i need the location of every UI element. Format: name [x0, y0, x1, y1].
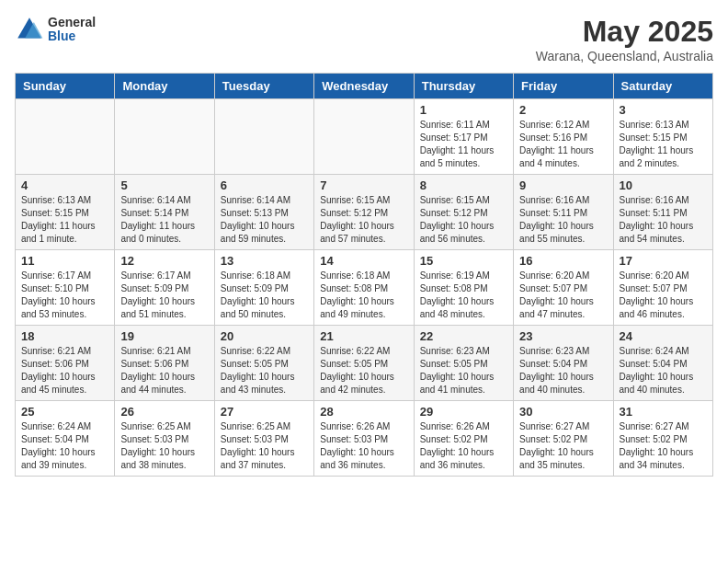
day-number: 19	[120, 329, 208, 343]
day-info: Sunrise: 6:14 AM Sunset: 5:14 PM Dayligh…	[120, 194, 208, 246]
weekday-header-saturday: Saturday	[613, 74, 712, 99]
day-cell-15: 15Sunrise: 6:19 AM Sunset: 5:08 PM Dayli…	[414, 250, 513, 326]
day-info: Sunrise: 6:16 AM Sunset: 5:11 PM Dayligh…	[620, 194, 707, 246]
day-number: 28	[320, 405, 407, 419]
week-row-2: 4Sunrise: 6:13 AM Sunset: 5:15 PM Daylig…	[16, 175, 713, 250]
day-number: 23	[519, 329, 607, 343]
day-number: 20	[221, 329, 308, 343]
day-info: Sunrise: 6:19 AM Sunset: 5:08 PM Dayligh…	[420, 270, 507, 321]
day-info: Sunrise: 6:18 AM Sunset: 5:08 PM Dayligh…	[320, 270, 407, 321]
page-header: General Blue May 2025 Warana, Queensland…	[15, 15, 713, 63]
day-number: 13	[221, 254, 308, 268]
day-number: 7	[320, 178, 407, 192]
day-info: Sunrise: 6:22 AM Sunset: 5:05 PM Dayligh…	[320, 345, 407, 396]
day-cell-9: 9Sunrise: 6:16 AM Sunset: 5:11 PM Daylig…	[514, 175, 613, 250]
day-cell-3: 3Sunrise: 6:13 AM Sunset: 5:15 PM Daylig…	[613, 99, 712, 175]
day-number: 18	[21, 329, 108, 343]
weekday-header-friday: Friday	[514, 74, 613, 99]
day-info: Sunrise: 6:24 AM Sunset: 5:04 PM Dayligh…	[21, 420, 108, 472]
day-cell-12: 12Sunrise: 6:17 AM Sunset: 5:09 PM Dayli…	[115, 250, 214, 326]
empty-cell	[115, 99, 214, 175]
day-info: Sunrise: 6:23 AM Sunset: 5:04 PM Dayligh…	[519, 345, 607, 396]
day-cell-30: 30Sunrise: 6:27 AM Sunset: 5:02 PM Dayli…	[514, 401, 613, 477]
day-number: 31	[620, 405, 707, 419]
day-info: Sunrise: 6:12 AM Sunset: 5:16 PM Dayligh…	[519, 119, 607, 170]
day-cell-8: 8Sunrise: 6:15 AM Sunset: 5:12 PM Daylig…	[414, 175, 513, 250]
day-number: 11	[21, 254, 108, 268]
day-info: Sunrise: 6:27 AM Sunset: 5:02 PM Dayligh…	[620, 420, 707, 472]
day-number: 12	[120, 254, 208, 268]
day-number: 8	[420, 178, 507, 192]
day-info: Sunrise: 6:21 AM Sunset: 5:06 PM Dayligh…	[120, 345, 208, 396]
day-cell-17: 17Sunrise: 6:20 AM Sunset: 5:07 PM Dayli…	[613, 250, 712, 326]
day-cell-21: 21Sunrise: 6:22 AM Sunset: 5:05 PM Dayli…	[314, 326, 414, 401]
week-row-4: 18Sunrise: 6:21 AM Sunset: 5:06 PM Dayli…	[16, 326, 713, 401]
day-number: 27	[221, 405, 308, 419]
day-cell-19: 19Sunrise: 6:21 AM Sunset: 5:06 PM Dayli…	[115, 326, 214, 401]
logo: General Blue	[15, 15, 96, 44]
day-number: 9	[519, 178, 607, 192]
day-cell-26: 26Sunrise: 6:25 AM Sunset: 5:03 PM Dayli…	[115, 401, 214, 477]
calendar-table: SundayMondayTuesdayWednesdayThursdayFrid…	[15, 73, 713, 477]
day-cell-24: 24Sunrise: 6:24 AM Sunset: 5:04 PM Dayli…	[613, 326, 712, 401]
day-cell-2: 2Sunrise: 6:12 AM Sunset: 5:16 PM Daylig…	[514, 99, 613, 175]
day-cell-27: 27Sunrise: 6:25 AM Sunset: 5:03 PM Dayli…	[214, 401, 313, 477]
day-cell-22: 22Sunrise: 6:23 AM Sunset: 5:05 PM Dayli…	[414, 326, 513, 401]
logo-icon	[15, 15, 44, 44]
day-number: 15	[420, 254, 507, 268]
day-number: 22	[420, 329, 507, 343]
day-cell-4: 4Sunrise: 6:13 AM Sunset: 5:15 PM Daylig…	[16, 175, 115, 250]
weekday-header-sunday: Sunday	[16, 74, 115, 99]
day-number: 14	[320, 254, 407, 268]
day-info: Sunrise: 6:17 AM Sunset: 5:09 PM Dayligh…	[120, 270, 208, 321]
empty-cell	[314, 99, 414, 175]
day-number: 6	[221, 178, 308, 192]
empty-cell	[16, 99, 115, 175]
day-cell-18: 18Sunrise: 6:21 AM Sunset: 5:06 PM Dayli…	[16, 326, 115, 401]
day-cell-31: 31Sunrise: 6:27 AM Sunset: 5:02 PM Dayli…	[613, 401, 712, 477]
day-info: Sunrise: 6:13 AM Sunset: 5:15 PM Dayligh…	[620, 119, 707, 170]
day-number: 10	[620, 178, 707, 192]
week-row-5: 25Sunrise: 6:24 AM Sunset: 5:04 PM Dayli…	[16, 401, 713, 477]
day-info: Sunrise: 6:13 AM Sunset: 5:15 PM Dayligh…	[21, 194, 108, 246]
logo-blue-text: Blue	[48, 29, 96, 43]
day-info: Sunrise: 6:20 AM Sunset: 5:07 PM Dayligh…	[519, 270, 607, 321]
day-number: 5	[120, 178, 208, 192]
day-number: 16	[519, 254, 607, 268]
day-number: 21	[320, 329, 407, 343]
day-cell-1: 1Sunrise: 6:11 AM Sunset: 5:17 PM Daylig…	[414, 99, 513, 175]
day-cell-25: 25Sunrise: 6:24 AM Sunset: 5:04 PM Dayli…	[16, 401, 115, 477]
day-cell-7: 7Sunrise: 6:15 AM Sunset: 5:12 PM Daylig…	[314, 175, 414, 250]
weekday-header-wednesday: Wednesday	[314, 74, 414, 99]
weekday-header-row: SundayMondayTuesdayWednesdayThursdayFrid…	[16, 74, 713, 99]
day-cell-13: 13Sunrise: 6:18 AM Sunset: 5:09 PM Dayli…	[214, 250, 313, 326]
day-info: Sunrise: 6:18 AM Sunset: 5:09 PM Dayligh…	[221, 270, 308, 321]
day-number: 30	[519, 405, 607, 419]
day-info: Sunrise: 6:26 AM Sunset: 5:02 PM Dayligh…	[420, 420, 507, 472]
day-info: Sunrise: 6:15 AM Sunset: 5:12 PM Dayligh…	[420, 194, 507, 246]
day-cell-6: 6Sunrise: 6:14 AM Sunset: 5:13 PM Daylig…	[214, 175, 313, 250]
day-number: 4	[21, 178, 108, 192]
weekday-header-monday: Monday	[115, 74, 214, 99]
day-info: Sunrise: 6:26 AM Sunset: 5:03 PM Dayligh…	[320, 420, 407, 472]
day-info: Sunrise: 6:11 AM Sunset: 5:17 PM Dayligh…	[420, 119, 507, 170]
day-info: Sunrise: 6:24 AM Sunset: 5:04 PM Dayligh…	[620, 345, 707, 396]
day-info: Sunrise: 6:16 AM Sunset: 5:11 PM Dayligh…	[519, 194, 607, 246]
day-number: 29	[420, 405, 507, 419]
day-cell-23: 23Sunrise: 6:23 AM Sunset: 5:04 PM Dayli…	[514, 326, 613, 401]
main-title: May 2025	[536, 15, 713, 49]
day-number: 25	[21, 405, 108, 419]
day-info: Sunrise: 6:17 AM Sunset: 5:10 PM Dayligh…	[21, 270, 108, 321]
day-info: Sunrise: 6:14 AM Sunset: 5:13 PM Dayligh…	[221, 194, 308, 246]
week-row-1: 1Sunrise: 6:11 AM Sunset: 5:17 PM Daylig…	[16, 99, 713, 175]
day-info: Sunrise: 6:25 AM Sunset: 5:03 PM Dayligh…	[120, 420, 208, 472]
day-number: 17	[620, 254, 707, 268]
day-cell-16: 16Sunrise: 6:20 AM Sunset: 5:07 PM Dayli…	[514, 250, 613, 326]
day-cell-5: 5Sunrise: 6:14 AM Sunset: 5:14 PM Daylig…	[115, 175, 214, 250]
day-number: 3	[620, 103, 707, 117]
day-info: Sunrise: 6:27 AM Sunset: 5:02 PM Dayligh…	[519, 420, 607, 472]
day-number: 1	[420, 103, 507, 117]
day-cell-29: 29Sunrise: 6:26 AM Sunset: 5:02 PM Dayli…	[414, 401, 513, 477]
day-cell-11: 11Sunrise: 6:17 AM Sunset: 5:10 PM Dayli…	[16, 250, 115, 326]
day-number: 24	[620, 329, 707, 343]
